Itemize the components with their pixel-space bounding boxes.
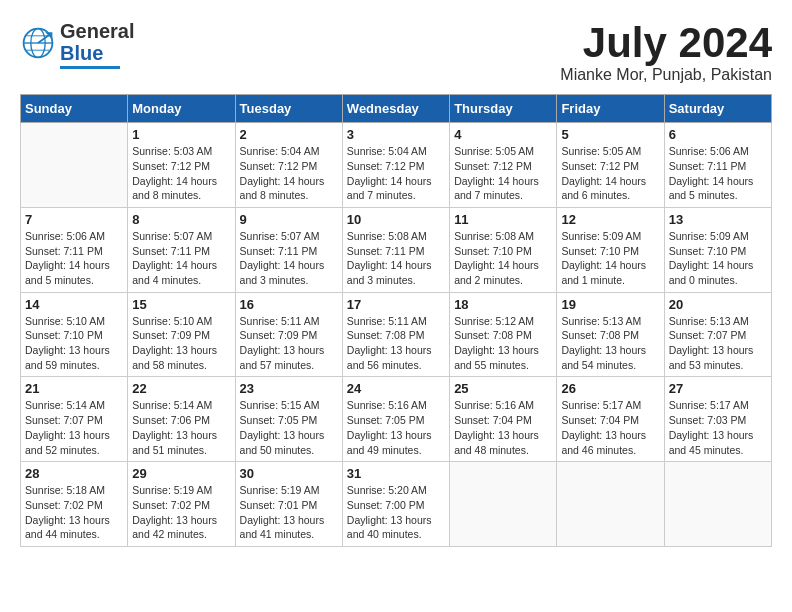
day-number: 31 (347, 466, 445, 481)
day-info: Sunrise: 5:05 AMSunset: 7:12 PMDaylight:… (454, 144, 552, 203)
day-number: 14 (25, 297, 123, 312)
day-cell: 23Sunrise: 5:15 AMSunset: 7:05 PMDayligh… (235, 377, 342, 462)
day-number: 7 (25, 212, 123, 227)
week-row-4: 21Sunrise: 5:14 AMSunset: 7:07 PMDayligh… (21, 377, 772, 462)
day-number: 24 (347, 381, 445, 396)
logo-icon (20, 25, 56, 65)
week-row-5: 28Sunrise: 5:18 AMSunset: 7:02 PMDayligh… (21, 462, 772, 547)
day-cell: 22Sunrise: 5:14 AMSunset: 7:06 PMDayligh… (128, 377, 235, 462)
day-info: Sunrise: 5:07 AMSunset: 7:11 PMDaylight:… (132, 229, 230, 288)
day-number: 6 (669, 127, 767, 142)
calendar-header-row: SundayMondayTuesdayWednesdayThursdayFrid… (21, 95, 772, 123)
day-number: 27 (669, 381, 767, 396)
logo: General Blue (20, 20, 134, 69)
col-header-monday: Monday (128, 95, 235, 123)
day-number: 12 (561, 212, 659, 227)
day-info: Sunrise: 5:05 AMSunset: 7:12 PMDaylight:… (561, 144, 659, 203)
logo-underline (60, 66, 120, 69)
day-number: 29 (132, 466, 230, 481)
day-info: Sunrise: 5:06 AMSunset: 7:11 PMDaylight:… (25, 229, 123, 288)
day-info: Sunrise: 5:14 AMSunset: 7:07 PMDaylight:… (25, 398, 123, 457)
logo-blue-text: Blue (60, 42, 103, 64)
day-cell (664, 462, 771, 547)
day-number: 30 (240, 466, 338, 481)
day-cell: 6Sunrise: 5:06 AMSunset: 7:11 PMDaylight… (664, 123, 771, 208)
day-number: 8 (132, 212, 230, 227)
day-cell: 18Sunrise: 5:12 AMSunset: 7:08 PMDayligh… (450, 292, 557, 377)
day-info: Sunrise: 5:19 AMSunset: 7:01 PMDaylight:… (240, 483, 338, 542)
day-cell: 4Sunrise: 5:05 AMSunset: 7:12 PMDaylight… (450, 123, 557, 208)
day-number: 17 (347, 297, 445, 312)
day-cell: 7Sunrise: 5:06 AMSunset: 7:11 PMDaylight… (21, 207, 128, 292)
day-info: Sunrise: 5:09 AMSunset: 7:10 PMDaylight:… (561, 229, 659, 288)
col-header-friday: Friday (557, 95, 664, 123)
day-number: 4 (454, 127, 552, 142)
day-cell (557, 462, 664, 547)
day-cell: 30Sunrise: 5:19 AMSunset: 7:01 PMDayligh… (235, 462, 342, 547)
day-cell: 10Sunrise: 5:08 AMSunset: 7:11 PMDayligh… (342, 207, 449, 292)
day-number: 11 (454, 212, 552, 227)
week-row-1: 1Sunrise: 5:03 AMSunset: 7:12 PMDaylight… (21, 123, 772, 208)
day-info: Sunrise: 5:06 AMSunset: 7:11 PMDaylight:… (669, 144, 767, 203)
day-info: Sunrise: 5:13 AMSunset: 7:08 PMDaylight:… (561, 314, 659, 373)
day-cell: 26Sunrise: 5:17 AMSunset: 7:04 PMDayligh… (557, 377, 664, 462)
day-number: 18 (454, 297, 552, 312)
day-cell: 27Sunrise: 5:17 AMSunset: 7:03 PMDayligh… (664, 377, 771, 462)
day-cell: 20Sunrise: 5:13 AMSunset: 7:07 PMDayligh… (664, 292, 771, 377)
day-cell: 8Sunrise: 5:07 AMSunset: 7:11 PMDaylight… (128, 207, 235, 292)
day-number: 10 (347, 212, 445, 227)
day-number: 20 (669, 297, 767, 312)
day-info: Sunrise: 5:12 AMSunset: 7:08 PMDaylight:… (454, 314, 552, 373)
day-cell (21, 123, 128, 208)
col-header-sunday: Sunday (21, 95, 128, 123)
day-cell: 24Sunrise: 5:16 AMSunset: 7:05 PMDayligh… (342, 377, 449, 462)
col-header-tuesday: Tuesday (235, 95, 342, 123)
day-info: Sunrise: 5:14 AMSunset: 7:06 PMDaylight:… (132, 398, 230, 457)
day-cell: 21Sunrise: 5:14 AMSunset: 7:07 PMDayligh… (21, 377, 128, 462)
day-info: Sunrise: 5:16 AMSunset: 7:04 PMDaylight:… (454, 398, 552, 457)
day-info: Sunrise: 5:18 AMSunset: 7:02 PMDaylight:… (25, 483, 123, 542)
day-number: 5 (561, 127, 659, 142)
day-number: 26 (561, 381, 659, 396)
col-header-thursday: Thursday (450, 95, 557, 123)
logo-line1: General (60, 20, 134, 42)
col-header-wednesday: Wednesday (342, 95, 449, 123)
day-cell: 3Sunrise: 5:04 AMSunset: 7:12 PMDaylight… (342, 123, 449, 208)
day-info: Sunrise: 5:17 AMSunset: 7:03 PMDaylight:… (669, 398, 767, 457)
day-cell: 28Sunrise: 5:18 AMSunset: 7:02 PMDayligh… (21, 462, 128, 547)
month-title: July 2024 (560, 20, 772, 66)
day-number: 25 (454, 381, 552, 396)
day-cell: 29Sunrise: 5:19 AMSunset: 7:02 PMDayligh… (128, 462, 235, 547)
day-info: Sunrise: 5:11 AMSunset: 7:08 PMDaylight:… (347, 314, 445, 373)
day-info: Sunrise: 5:10 AMSunset: 7:09 PMDaylight:… (132, 314, 230, 373)
day-cell: 5Sunrise: 5:05 AMSunset: 7:12 PMDaylight… (557, 123, 664, 208)
day-cell: 12Sunrise: 5:09 AMSunset: 7:10 PMDayligh… (557, 207, 664, 292)
day-number: 22 (132, 381, 230, 396)
logo-text-block: General Blue (60, 20, 134, 69)
day-info: Sunrise: 5:04 AMSunset: 7:12 PMDaylight:… (240, 144, 338, 203)
day-info: Sunrise: 5:08 AMSunset: 7:10 PMDaylight:… (454, 229, 552, 288)
day-cell: 1Sunrise: 5:03 AMSunset: 7:12 PMDaylight… (128, 123, 235, 208)
day-number: 15 (132, 297, 230, 312)
day-number: 19 (561, 297, 659, 312)
day-info: Sunrise: 5:10 AMSunset: 7:10 PMDaylight:… (25, 314, 123, 373)
day-info: Sunrise: 5:20 AMSunset: 7:00 PMDaylight:… (347, 483, 445, 542)
day-info: Sunrise: 5:15 AMSunset: 7:05 PMDaylight:… (240, 398, 338, 457)
day-cell (450, 462, 557, 547)
day-cell: 16Sunrise: 5:11 AMSunset: 7:09 PMDayligh… (235, 292, 342, 377)
day-number: 21 (25, 381, 123, 396)
week-row-2: 7Sunrise: 5:06 AMSunset: 7:11 PMDaylight… (21, 207, 772, 292)
day-info: Sunrise: 5:16 AMSunset: 7:05 PMDaylight:… (347, 398, 445, 457)
week-row-3: 14Sunrise: 5:10 AMSunset: 7:10 PMDayligh… (21, 292, 772, 377)
day-number: 13 (669, 212, 767, 227)
day-cell: 17Sunrise: 5:11 AMSunset: 7:08 PMDayligh… (342, 292, 449, 377)
day-cell: 11Sunrise: 5:08 AMSunset: 7:10 PMDayligh… (450, 207, 557, 292)
day-info: Sunrise: 5:13 AMSunset: 7:07 PMDaylight:… (669, 314, 767, 373)
day-info: Sunrise: 5:17 AMSunset: 7:04 PMDaylight:… (561, 398, 659, 457)
day-number: 16 (240, 297, 338, 312)
day-number: 9 (240, 212, 338, 227)
day-number: 3 (347, 127, 445, 142)
day-cell: 25Sunrise: 5:16 AMSunset: 7:04 PMDayligh… (450, 377, 557, 462)
day-number: 23 (240, 381, 338, 396)
col-header-saturday: Saturday (664, 95, 771, 123)
